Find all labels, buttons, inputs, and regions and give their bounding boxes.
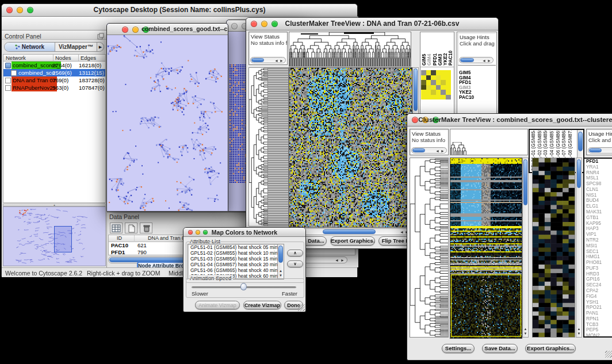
- main-titlebar[interactable]: Cytoscape Desktop (Session Name: collins…: [2, 4, 357, 17]
- network-row-nodes: 563(0): [52, 84, 68, 91]
- col-nodes[interactable]: Nodes: [53, 55, 71, 61]
- birdseye-view[interactable]: [3, 206, 106, 266]
- network-row-edges: 13112(15): [79, 69, 104, 76]
- gene-value: 621: [137, 242, 147, 249]
- network-row[interactable]: combined_sco2569(6)13112(15): [3, 69, 105, 76]
- col-network[interactable]: Network: [6, 55, 26, 61]
- slower-label: Slower: [192, 290, 208, 297]
- network-window-titlebar[interactable]: combined_scores_good.txt--cluste...: [107, 24, 228, 35]
- doc-icon: [5, 78, 11, 83]
- new-document-icon[interactable]: [125, 223, 137, 233]
- tabs-more-button[interactable]: ▶: [97, 43, 104, 51]
- mini-heatmap-cell: [426, 70, 431, 75]
- tv1-column-label[interactable]: GIM5: [422, 33, 426, 66]
- mini-heatmap-cell: [436, 85, 441, 90]
- move-down-button[interactable]: ∨: [287, 260, 303, 267]
- float-panel-icon[interactable]: [97, 32, 104, 42]
- tv2-export-graphics-button[interactable]: Export Graphics...: [525, 344, 576, 353]
- mini-heatmap-cell: [441, 85, 446, 90]
- attribute-item[interactable]: GPL51-01 (GSM854) heat shock 05 min: [188, 244, 284, 250]
- attribute-list-scrollbar[interactable]: ▲▼: [277, 244, 284, 279]
- tv1-column-label[interactable]: GIM3: [438, 33, 442, 66]
- dialog-titlebar[interactable]: Map Colors to Network: [183, 228, 305, 237]
- tv1-view-status: View Status No status info f ◄►: [248, 32, 288, 65]
- network-row[interactable]: DNA and Tran 07769(0)183728(0): [3, 76, 105, 84]
- tv1-row-label[interactable]: PAC10: [459, 95, 474, 100]
- animation-slider-thumb[interactable]: [240, 283, 247, 290]
- tv1-export-graphics-button[interactable]: Export Graphics...: [330, 236, 375, 246]
- col-edges[interactable]: Edges: [78, 55, 96, 61]
- tv1-heatmap-hscroll[interactable]: ◄►: [289, 228, 411, 235]
- dialog-resize-grip[interactable]: [298, 304, 305, 311]
- tv2-zoom-vscroll[interactable]: ▲▼: [576, 158, 582, 338]
- tv1-heatmap[interactable]: [289, 67, 412, 228]
- data-panel-title: Data Panel: [109, 213, 139, 220]
- network-row-label[interactable]: combined_sco: [17, 69, 56, 76]
- tv1-column-label[interactable]: GIM4: [427, 33, 431, 66]
- attribute-item[interactable]: GPL51-04 (GSM857) heat shock 20 min: [188, 262, 284, 267]
- network-row[interactable]: combined_scores_2764(0)16218(0): [3, 62, 105, 69]
- dense-network-canvas[interactable]: [230, 64, 247, 183]
- attribute-item[interactable]: GPL51-02 (GSM855) heat shock 10 min: [188, 250, 284, 256]
- tv2-column-dendrogram[interactable]: [450, 129, 528, 155]
- animate-vizmap-button[interactable]: Animate Vizmap: [195, 301, 240, 309]
- mini-heatmap-cell: [441, 90, 446, 95]
- create-vizmap-button[interactable]: Create Vizmap: [243, 301, 281, 309]
- birdseye-viewport-rect[interactable]: [54, 226, 72, 252]
- treeview1-titlebar[interactable]: ClusterMaker TreeView : DNA and Tran 07-…: [246, 18, 498, 30]
- mini-heatmap-cell: [421, 70, 426, 75]
- table-view-icon[interactable]: [110, 223, 123, 233]
- tv1-column-label[interactable]: PAC10: [448, 33, 453, 66]
- treeview2-titlebar[interactable]: ClusterMaker TreeView : combined_scores_…: [407, 114, 612, 127]
- mini-heatmap-cell: [436, 90, 441, 95]
- mini-heatmap-cell: [431, 90, 436, 95]
- network-row[interactable]: RNAPuberNov2+563(0)107847(0): [3, 84, 105, 91]
- mini-heatmap-cell: [431, 75, 436, 81]
- tv2-row-dendrogram[interactable]: [410, 158, 449, 338]
- tv1-row-dendrogram[interactable]: [248, 67, 268, 227]
- tv1-status-scrollbar[interactable]: ◄►: [250, 57, 286, 63]
- move-up-button[interactable]: ∧: [287, 250, 303, 256]
- tv1-mini-heatmap[interactable]: [421, 70, 451, 99]
- tv2-save-data-button[interactable]: Save Data...: [482, 344, 518, 353]
- mini-heatmap-cell: [426, 80, 431, 85]
- tv1-column-label[interactable]: PFD1: [433, 33, 437, 66]
- tv2-usage-hints: Usage Hints Click and: [586, 129, 612, 155]
- network-list: combined_scores_2764(0)16218(0)combined_…: [3, 62, 106, 203]
- id-column-header[interactable]: ID: [117, 235, 122, 241]
- tv2-usage-scrollbar[interactable]: [588, 147, 612, 154]
- tv2-resize-grip[interactable]: [605, 351, 612, 358]
- mini-heatmap-cell: [431, 80, 436, 85]
- mini-heatmap-cell: [436, 95, 441, 100]
- tv2-status-scrollbar[interactable]: ◄►: [411, 147, 447, 154]
- network-canvas[interactable]: [107, 35, 228, 211]
- mini-heatmap-cell: [431, 85, 436, 90]
- tv1-column-dendrogram[interactable]: [289, 32, 411, 58]
- trash-icon[interactable]: [140, 223, 152, 233]
- tv2-heatmap[interactable]: [450, 158, 522, 339]
- tv2-zoom-panel[interactable]: [532, 158, 575, 338]
- attribute-item[interactable]: GPL51-03 (GSM856) heat shock 15 min: [188, 256, 284, 262]
- network-row-label[interactable]: DNA and Tran 07: [12, 76, 57, 84]
- mini-heatmap-cell: [431, 95, 436, 100]
- network-row-edges: 16218(0): [79, 62, 101, 69]
- close-icon[interactable]: [231, 23, 238, 29]
- gene-label[interactable]: MON2: [584, 333, 612, 338]
- tv1-column-label[interactable]: YKE2: [443, 33, 447, 66]
- tab-vizmapper[interactable]: VizMapper™: [55, 43, 97, 51]
- gene-id: PFD1: [111, 249, 125, 256]
- tv1-usage-scrollbar[interactable]: ◄►: [459, 57, 494, 63]
- folder-icon: [5, 63, 11, 68]
- tv2-settings-button[interactable]: Settings...: [442, 344, 475, 353]
- network-row-label[interactable]: RNAPuberNov2+: [12, 84, 57, 91]
- tv2-heatmap-vscroll[interactable]: ▲▼: [522, 158, 529, 338]
- tv2-gene-list-panel[interactable]: PFD1YRA1RNR4MSL1SPC98CLN1NIS1BUD4ELG1MAK…: [583, 158, 612, 338]
- mini-heatmap-cell: [436, 70, 441, 75]
- status-zoom-hint: Right-click + drag to ZOOM: [87, 270, 160, 277]
- attribute-listbox[interactable]: GPL51-01 (GSM854) heat shock 05 minGPL51…: [188, 244, 284, 279]
- control-panel-header: Control Panel: [2, 30, 106, 40]
- attribute-item[interactable]: GPL51-06 (GSM865) heat shock 40 min: [188, 267, 284, 273]
- network-row-nodes: 2764(0): [52, 62, 72, 69]
- tab-network[interactable]: Network: [5, 43, 55, 51]
- control-panel-tabs: Network VizMapper™ ▶: [4, 42, 104, 52]
